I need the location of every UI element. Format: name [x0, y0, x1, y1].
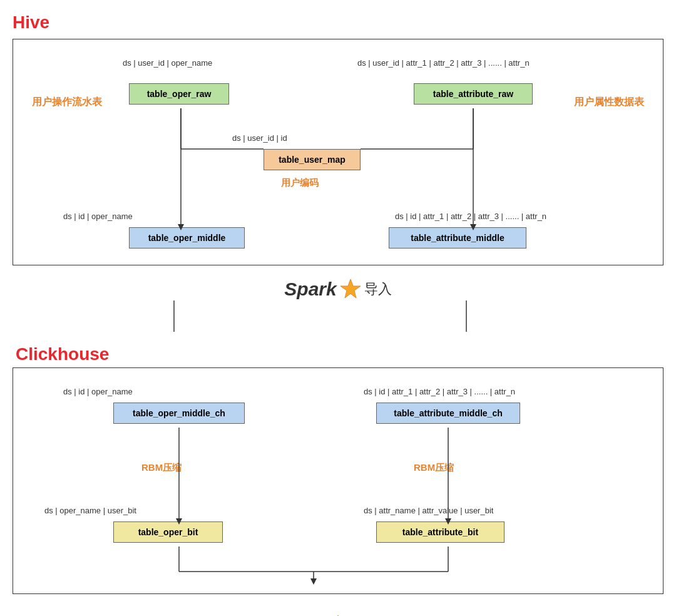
hive-diagram: ds | user_id | oper_name ds | user_id | …	[26, 52, 650, 252]
clickhouse-section: ds | id | oper_name ds | id | attr_1 | a…	[13, 367, 663, 594]
table-user-map: table_user_map	[264, 149, 361, 170]
main-container: Hive ds | user_id | oper_name ds | user_…	[13, 13, 663, 616]
spark-import-row: Spark 导入	[13, 278, 663, 300]
ch-diagram: ds | id | oper_name ds | id | attr_1 | a…	[26, 381, 650, 581]
svg-marker-8	[341, 279, 361, 298]
table-attribute-middle-ch: table_attribute_middle_ch	[376, 403, 520, 424]
schema-oper-ch: ds | id | oper_name	[63, 387, 133, 396]
table-oper-middle-ch: table_oper_middle_ch	[113, 403, 245, 424]
spark-lines-svg	[13, 300, 663, 332]
schema-attr-raw: ds | user_id | attr_1 | attr_2 | attr_3 …	[357, 58, 530, 68]
spark-star-icon	[339, 278, 362, 300]
schema-attr-ch: ds | id | attr_1 | attr_2 | attr_3 | ...…	[364, 387, 515, 396]
label-rbm-attr: RBM压缩	[414, 462, 454, 474]
query-group: 查询	[310, 613, 366, 616]
schema-attr-bit: ds | attr_name | attr_value | user_bit	[364, 506, 493, 515]
spark-logo-text: Spark	[284, 279, 336, 300]
spark-area: Spark 导入	[13, 265, 663, 338]
table-attribute-bit: table_attribute_bit	[376, 521, 504, 543]
label-rbm-oper: RBM压缩	[141, 462, 182, 474]
schema-attr-middle: ds | id | attr_1 | attr_2 | attr_3 | ...…	[395, 212, 546, 221]
clickhouse-title: Clickhouse	[16, 344, 663, 364]
schema-oper-middle: ds | id | oper_name	[63, 212, 133, 221]
label-usermap: 用户编码	[281, 177, 319, 189]
svg-marker-19	[310, 578, 317, 585]
import-text: 导入	[364, 280, 392, 299]
query-starburst-icon: 查询	[310, 613, 366, 616]
table-oper-middle: table_oper_middle	[129, 227, 245, 249]
main-title: Hive	[13, 13, 663, 33]
table-oper-raw: table_oper_raw	[129, 83, 229, 105]
table-oper-bit: table_oper_bit	[113, 521, 223, 543]
schema-user-map: ds | user_id | id	[232, 133, 287, 143]
query-container: 查询	[13, 613, 663, 616]
table-attribute-raw: table_attribute_raw	[414, 83, 533, 105]
hive-section: ds | user_id | oper_name ds | user_id | …	[13, 39, 663, 265]
label-oper: 用户操作流水表	[32, 96, 102, 109]
label-attr: 用户属性数据表	[574, 96, 644, 109]
table-attribute-middle: table_attribute_middle	[389, 227, 526, 249]
schema-oper-raw: ds | user_id | oper_name	[123, 58, 212, 68]
schema-oper-bit: ds | oper_name | user_bit	[44, 506, 136, 515]
